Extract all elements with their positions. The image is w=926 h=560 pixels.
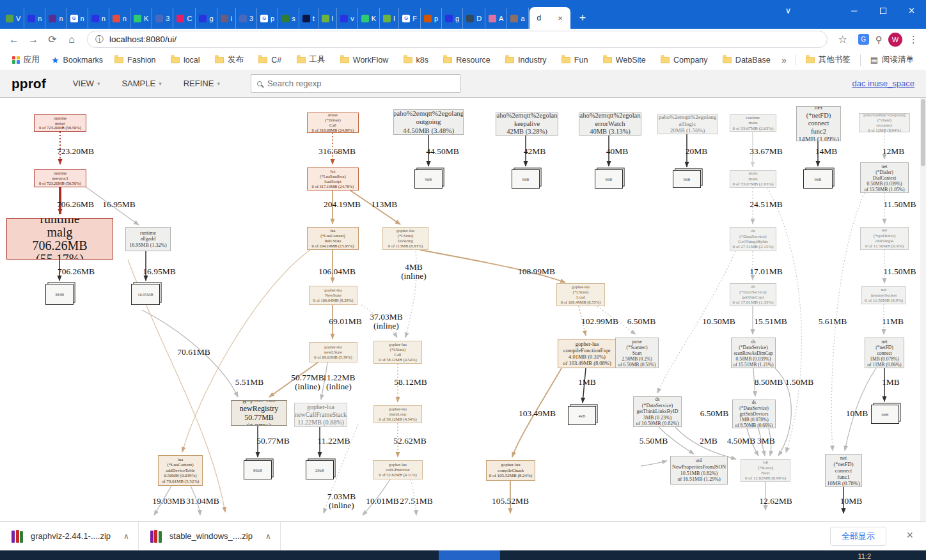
graph-node-driver-call[interactable]: driver(*Driver)Call0 of 318.68MB (24.89%… [307,113,359,133]
graph-node-paho-errorwatch[interactable]: paho%2emqtt%2egolangerrorWatch40MB (3.13… [579,113,641,136]
reload-button[interactable]: ⟳ [43,31,61,49]
graph-node-ds-getthinklinksbyid[interactable]: ds(*DataService)getThinkLinksByID3MB (0.… [633,396,682,427]
reading-list[interactable]: ▤ 阅读清单 [865,52,920,68]
graph-node-gopher-newstate[interactable]: gopher-luaNewState0 of 106.04MB (8.28%) [309,286,357,305]
graph-node-lua-initlstate[interactable]: lua(*LuaContext)InitLState0 of 204.19MB … [307,227,359,250]
bookmark-folder[interactable]: Industry [499,53,552,67]
browser-tab[interactable]: a [507,8,528,29]
graph-node-net-dialsingle[interactable]: net(*sysDialer)dialSingle0 of 11.50MB (0… [860,227,909,250]
bookmark-folder[interactable]: Fun [556,53,594,67]
show-all-downloads-button[interactable]: 全部显示 [830,527,886,546]
bookmark-folder[interactable]: WebSite [597,53,652,67]
page-scrollbar[interactable] [920,98,926,521]
graph-node-net-internetsocket[interactable]: netinternetSocket0 of 11.50MB (0.9%) [861,286,906,304]
browser-tab[interactable]: K [130,8,152,29]
browser-tab[interactable]: v [337,8,358,29]
graph-node-runtime-main[interactable]: runtimemain0 of 33.67MB (2.63%) [730,114,776,132]
taskbar-active-app[interactable] [439,550,500,560]
browser-tab[interactable]: t [299,8,318,29]
browser-tab[interactable]: GF [399,8,421,29]
graph-sink-node[interactable]: 20kB [306,460,334,479]
browser-tab[interactable]: A [485,8,507,29]
apps-shortcut[interactable]: 应用 [6,52,45,68]
browser-tab[interactable]: s [278,8,299,29]
browser-tab[interactable]: n [24,8,45,29]
bookmark-folder[interactable]: DataBase [717,53,776,67]
minimize-button[interactable]: ─ [840,0,868,21]
browser-tab[interactable]: n [109,8,130,29]
graph-sink-node[interactable]: 96B [803,169,833,189]
bookmarks-shortcut[interactable]: ★ Bookmarks [45,52,109,68]
browser-tab[interactable]: p [421,8,442,29]
browser-tab[interactable]: i [217,8,236,29]
browser-tab[interactable]: n [88,8,109,29]
browser-tab[interactable]: n [45,8,67,29]
graph-sink-node[interactable]: 96B [871,405,899,424]
download-chevron-icon[interactable]: ∧ [123,532,129,541]
graph-node-runtime-mstart[interactable]: runtimemstart0 of 723.20MB (56.50%) [34,114,86,132]
graph-node-net-netfd-connect[interactable]: net(*netFD)connect1MB (0.078%)of 11MB (0… [865,338,904,368]
site-info-icon[interactable]: ⓘ [95,34,104,45]
graph-node-sql-rows-next[interactable]: sql(*Rows)Next0 of 12.62MB (0.99%) [741,459,790,482]
bookmark-folder[interactable]: k8s [398,53,434,67]
graph-node-main-main[interactable]: mainmain0 of 33.67MB (2.63%) [730,170,776,188]
graph-sink-node[interactable]: 96B [595,169,623,189]
search-box[interactable] [251,74,460,93]
graph-node-net-connect-func2[interactable]: net(*netFD)connectfunc214MB (1.09%) [796,106,841,141]
profile-name-link[interactable]: dac inuse_space [852,79,914,88]
download-item[interactable]: graphviz-2.44.1-....zip∧ [0,522,139,550]
translate-icon[interactable]: G [858,34,869,45]
extensions-icon[interactable]: ⚲ [875,35,882,45]
graph-node-gopher-load[interactable]: gopher-lua(*LState)Load0 of 109.49MB (8.… [556,283,605,306]
graph-sink-node[interactable]: 16.95MB [131,284,160,305]
back-button[interactable]: ← [5,31,23,49]
download-chevron-icon[interactable]: ∧ [265,532,271,541]
graph-node-gopher-newregistry[interactable]: gopher-luanewRegistry50.77MB (3.97%) [231,400,287,426]
browser-tab[interactable]: Gp [257,8,278,29]
download-item[interactable]: stable_windows_....zip∧ [139,522,281,550]
graph-node-lua-adddevicetable[interactable]: lua(*LuaContext)addDeviceTable0.50MB (0.… [158,455,203,486]
scrollbar-thumb[interactable] [921,99,925,166]
browser-tab[interactable]: K [358,8,380,29]
graph-node-paho-outgoing[interactable]: paho%2emqtt%2egolangoutgoing44.50MB (3.4… [393,109,464,135]
forward-button[interactable]: → [24,31,42,49]
other-bookmarks[interactable]: 其他书签 [800,52,856,68]
bookmark-folder[interactable]: Company [655,53,714,67]
address-bar[interactable]: ⓘ localhost:8080/ui/ [87,31,828,48]
graph-node-ds-getthingsbyids[interactable]: ds(*DataService)GetThingsByIds0 of 27.51… [730,227,776,251]
close-window-button[interactable]: × [897,0,926,21]
home-button[interactable]: ⌂ [63,31,81,49]
menu-refine[interactable]: REFINE▾ [184,79,220,88]
graph-node-gopher-dostring[interactable]: gopher-lua(*LState)DoString0 of 113MB (8… [382,227,428,250]
search-input[interactable] [267,79,454,88]
browser-tab[interactable]: g [196,8,217,29]
graph-node-gopher-compilechunk[interactable]: gopher-luacompileChunk0 of 105.52MB (8.2… [486,460,535,481]
tab-search-chevron-icon[interactable]: ∨ [774,0,803,21]
browser-tab[interactable]: 3 [236,8,257,29]
graph-node-gopher-callgfunction[interactable]: gopher-luacallGFunction0 of 52.62MB (4.1… [373,460,423,479]
graph-node-gopher-compilefunctionexpr[interactable]: gopher-luacompileFunctionExpr4.01MB (0.3… [558,339,616,368]
graph-node-net-dialcontext[interactable]: net(*Dialer)DialContext0.50MB (0.039%)of… [860,162,909,193]
bookmark-folder[interactable]: WorkFlow [334,53,394,67]
bookmark-folder[interactable]: C# [253,53,287,67]
browser-tab[interactable]: 3 [152,8,173,29]
browser-tab[interactable]: l [318,8,337,29]
graph-node-parse-scan[interactable]: parse(*Scanner)Scan2.50MB (0.2%)of 6.50M… [615,338,659,368]
graph-node-paho-alllogic[interactable]: paho%2emqtt%2egolangalllogic20MB (1.56%) [657,114,718,134]
profile-avatar[interactable]: W [888,33,902,47]
menu-sample[interactable]: SAMPLE▾ [122,79,161,88]
graph-node-gopher-mainloop[interactable]: gopher-luamainLoop0 of 58.12MB (4.54%) [373,405,422,423]
close-download-bar-icon[interactable]: × [906,529,913,541]
graph-sink-node[interactable]: 96B [512,169,540,189]
graph-node-gopher-newlstate[interactable]: gopher-luanewLState0 of 69.01MB (5.39%) [309,342,357,362]
graph-node-gopher-newcallframestack[interactable]: gopher-luanewCallFrameStack11.22MB (0.88… [294,403,347,427]
graph-sink-node[interactable]: 96B [414,169,443,189]
browser-tab[interactable]: I [380,8,399,29]
graph-node-gopher-lstate-call[interactable]: gopher-lua(*LState)Call0 of 58.12MB (4.5… [373,341,422,364]
browser-tab[interactable]: D [463,8,485,29]
menu-view[interactable]: VIEW▾ [73,79,100,88]
graph-node-ds-getsubdevices[interactable]: ds(*DataService)getSubDevices1MB (0.078%… [732,400,776,428]
windows-taskbar[interactable]: 11:2 [0,550,926,560]
bookmark-folder[interactable]: 工具 [291,52,331,68]
graph-node-net-connect-func1[interactable]: net(*netFD)connectfunc110MB (0.78%) [825,454,862,487]
